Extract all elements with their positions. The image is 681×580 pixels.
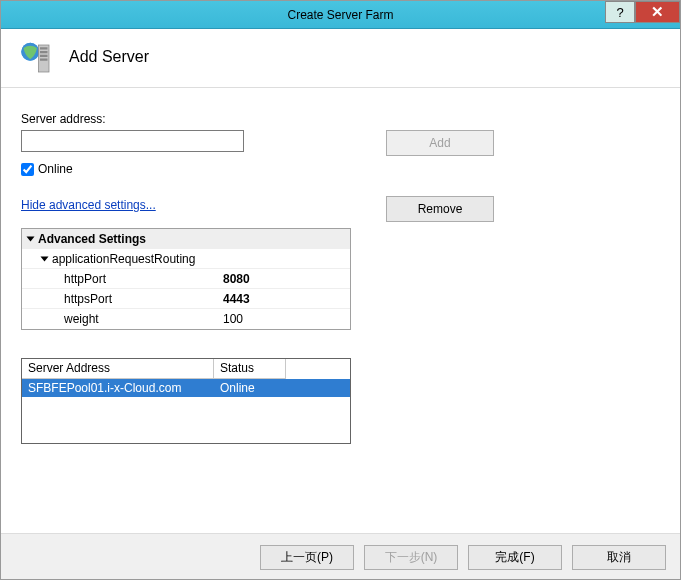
window-controls: ? ✕ [605, 1, 680, 23]
advanced-property-row[interactable]: httpPort 8080 [22, 269, 350, 289]
advanced-group-row[interactable]: applicationRequestRouting [22, 249, 350, 269]
cancel-button[interactable]: 取消 [572, 545, 666, 570]
advanced-property-row[interactable]: httpsPort 4443 [22, 289, 350, 309]
expand-icon [41, 256, 49, 261]
window-title: Create Server Farm [1, 8, 680, 22]
advanced-settings-header[interactable]: Advanced Settings [22, 229, 350, 249]
dialog-footer: 上一页(P) 下一步(N) 完成(F) 取消 [1, 533, 680, 580]
advanced-property-row[interactable]: weight 100 [22, 309, 350, 329]
server-farm-icon [19, 39, 55, 75]
svg-rect-4 [40, 51, 48, 53]
page-title: Add Server [69, 48, 149, 66]
online-label: Online [38, 162, 73, 176]
table-header: Server Address Status [22, 359, 350, 379]
svg-rect-5 [40, 55, 48, 57]
toggle-advanced-link[interactable]: Hide advanced settings... [21, 198, 156, 212]
add-button[interactable]: Add [386, 130, 494, 156]
advanced-settings-grid: Advanced Settings applicationRequestRout… [21, 228, 351, 330]
server-address-label: Server address: [21, 112, 366, 126]
online-checkbox[interactable] [21, 163, 34, 176]
dialog-body: Server address: Online Hide advanced set… [1, 88, 680, 454]
svg-rect-6 [40, 59, 48, 61]
servers-table: Server Address Status SFBFEPool01.i-x-Cl… [21, 358, 351, 444]
help-button[interactable]: ? [605, 1, 635, 23]
previous-button[interactable]: 上一页(P) [260, 545, 354, 570]
col-server-address[interactable]: Server Address [22, 359, 214, 379]
col-status[interactable]: Status [214, 359, 286, 379]
remove-button[interactable]: Remove [386, 196, 494, 222]
server-address-input[interactable] [21, 130, 244, 152]
cell-status: Online [214, 381, 286, 395]
titlebar: Create Server Farm ? ✕ [1, 1, 680, 29]
next-button[interactable]: 下一步(N) [364, 545, 458, 570]
table-row[interactable]: SFBFEPool01.i-x-Cloud.com Online [22, 379, 350, 397]
close-button[interactable]: ✕ [635, 1, 680, 23]
dialog-header: Add Server [1, 29, 680, 88]
finish-button[interactable]: 完成(F) [468, 545, 562, 570]
cell-server-address: SFBFEPool01.i-x-Cloud.com [22, 381, 214, 395]
expand-icon [27, 236, 35, 241]
svg-rect-3 [40, 47, 48, 49]
